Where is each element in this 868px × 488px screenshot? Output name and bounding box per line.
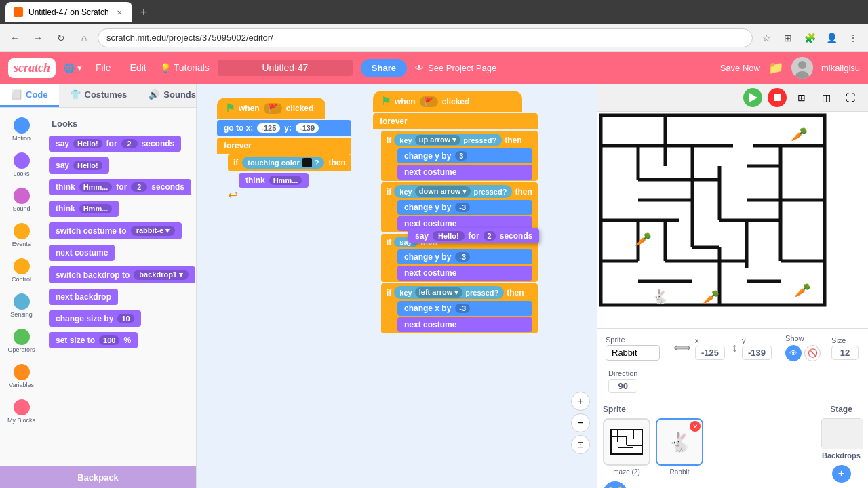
new-tab-button[interactable]: + <box>140 5 148 20</box>
scratch-logo[interactable]: scratch <box>8 58 56 78</box>
if-left-block[interactable]: if key left arrow ▾ pressed? then change… <box>381 283 538 333</box>
if-say-block[interactable]: if say then say Hello! for 2 seconds cha… <box>381 234 538 282</box>
category-looks[interactable]: Looks <box>3 148 41 181</box>
block-think-for-seconds[interactable]: think Hmm... for 2 seconds <box>49 179 191 195</box>
hat-block-2[interactable]: ⚑ when 🚩 clicked <box>373 91 522 112</box>
hat-block-1[interactable]: ⚑ when 🚩 clicked <box>217 98 326 119</box>
reload-button[interactable]: ↻ <box>52 28 71 47</box>
category-sensing[interactable]: Sensing <box>3 289 41 322</box>
block-switch-backdrop[interactable]: switch backdrop to backdrop1 ▾ <box>49 266 195 283</box>
zoom-out-button[interactable]: − <box>571 413 590 432</box>
goto-block[interactable]: go to x: -125 y: -139 <box>217 120 351 136</box>
change-y-3-block[interactable]: change y by 3 <box>397 148 532 163</box>
block-categories: Motion Looks Sound Events <box>0 108 43 466</box>
stage-thumbnail[interactable] <box>821 418 862 449</box>
browser-tab[interactable]: Untitled-47 on Scratch ✕ <box>5 2 132 22</box>
zoom-in-button[interactable]: + <box>571 392 590 411</box>
if-up-block[interactable]: if key up arrow ▾ pressed? then change y… <box>381 131 538 181</box>
address-bar[interactable]: scratch.mit.edu/projects/375095002/edito… <box>98 28 753 47</box>
backpack-bar[interactable]: Backpack <box>0 466 196 488</box>
change-x-neg3-block[interactable]: change x by -3 <box>397 301 532 316</box>
tab-code[interactable]: ⬜ Code <box>0 84 59 107</box>
backdrops-label: Backdrops <box>822 451 861 460</box>
show-hidden-btn[interactable]: 🚫 <box>804 345 821 361</box>
category-motion[interactable]: Motion <box>3 113 41 146</box>
y-drag-val: -3 <box>455 252 470 262</box>
backdrop-dropdown[interactable]: backdrop1 ▾ <box>134 270 189 280</box>
say-hello-popup-block[interactable]: say Hello! for 2 seconds <box>408 228 539 243</box>
change-y-neg3-block[interactable]: change y by -3 <box>397 200 532 215</box>
change-y-drag-block[interactable]: change y by -3 <box>397 249 532 264</box>
project-name-input[interactable] <box>218 60 353 76</box>
looks-dot <box>14 152 30 169</box>
block-switch-costume[interactable]: switch costume to rabbit-e ▾ <box>49 222 182 239</box>
show-visible-btn[interactable]: 👁 <box>785 345 802 361</box>
layout-toggle-2[interactable]: ◫ <box>816 88 835 107</box>
home-button[interactable]: ⌂ <box>75 28 94 47</box>
delete-rabbit-btn[interactable]: ✕ <box>690 421 701 432</box>
block-say[interactable]: say Hello! <box>49 157 109 174</box>
rabbit-thumb-label: Rabbit <box>670 468 690 476</box>
block-next-backdrop[interactable]: next backdrop <box>49 289 118 305</box>
menu-icon[interactable]: ⋮ <box>844 28 863 47</box>
show-buttons: 👁 🚫 <box>785 345 821 361</box>
think-block[interactable]: think Hmm... <box>239 173 309 188</box>
category-operators[interactable]: Operators <box>3 325 41 357</box>
next-costume-1[interactable]: next costume <box>397 165 532 180</box>
category-events[interactable]: Events <box>3 219 41 251</box>
user-avatar[interactable] <box>791 57 813 79</box>
fullscreen-button[interactable]: ⛶ <box>841 88 860 107</box>
stage-canvas[interactable]: 🥕 🐇 🥕 🥕 🥕 <box>597 112 868 329</box>
back-button[interactable]: ← <box>5 28 24 47</box>
block-next-costume[interactable]: next costume <box>49 245 115 261</box>
if-down-block[interactable]: if key down arrow ▾ pressed? then change… <box>381 182 538 232</box>
hello-text: Hello! <box>433 231 465 241</box>
add-sprite-button[interactable]: 🐱 <box>603 481 627 488</box>
if-touching-block[interactable]: if touching color ? then <box>228 154 351 171</box>
go-button[interactable] <box>743 88 762 107</box>
category-myblocks[interactable]: My Blocks <box>3 395 41 428</box>
costume-dropdown[interactable]: rabbit-e ▾ <box>131 226 175 236</box>
file-menu[interactable]: File <box>90 60 117 76</box>
sounds-tab-label: Sounds <box>163 89 196 100</box>
save-now-button[interactable]: Save Now <box>720 63 760 73</box>
block-say-for-seconds[interactable]: say Hello! for 2 seconds <box>49 136 181 152</box>
tab-close-btn[interactable]: ✕ <box>115 7 124 17</box>
bookmark-icon[interactable]: ☆ <box>757 28 776 47</box>
username-label[interactable]: mikailgisu <box>821 63 860 73</box>
stop-button[interactable] <box>768 88 787 107</box>
category-variables[interactable]: Variables <box>3 360 41 392</box>
block-set-size[interactable]: set size to 100 % <box>49 332 138 348</box>
forever-block-2[interactable]: forever <box>373 113 538 129</box>
maze-thumbnail[interactable] <box>603 418 650 466</box>
stage-label: Stage <box>830 405 852 414</box>
sprite-name-input[interactable] <box>606 345 660 361</box>
profile-icon[interactable]: 👤 <box>822 28 841 47</box>
zoom-fit-button[interactable]: ⊡ <box>571 435 590 454</box>
layout-toggle-1[interactable]: ⊞ <box>792 88 811 107</box>
tab-costumes[interactable]: 👕 Costumes <box>59 84 138 107</box>
forever-block[interactable]: forever <box>217 138 351 154</box>
category-control[interactable]: Control <box>3 254 41 287</box>
category-sound[interactable]: Sound <box>3 184 41 216</box>
next-costume-3[interactable]: next costume <box>397 266 532 281</box>
language-button[interactable]: 🌐 ▾ <box>64 63 82 73</box>
share-button[interactable]: Share <box>361 59 407 77</box>
folder-icon[interactable]: 📁 <box>768 60 783 75</box>
add-backdrop-button[interactable]: + <box>832 465 851 483</box>
extensions-icon[interactable]: 🧩 <box>800 28 819 47</box>
next-costume-4[interactable]: next costume <box>397 317 532 332</box>
see-project-button[interactable]: 👁 See Project Page <box>415 63 496 73</box>
block-think[interactable]: think Hmm... <box>49 201 119 217</box>
tab-favicon <box>14 7 23 17</box>
block-change-size[interactable]: change size by 10 <box>49 310 141 327</box>
edit-menu[interactable]: Edit <box>125 60 152 76</box>
rabbit-thumbnail[interactable]: ✕ 🐇 <box>656 418 703 466</box>
grid-icon[interactable]: ⊞ <box>778 28 797 47</box>
events-dot <box>14 223 30 239</box>
tutorials-menu[interactable]: 💡 Tutorials <box>160 62 210 73</box>
code-editor-area[interactable]: ⚑ when 🚩 clicked go to x: -125 y: -139 f… <box>197 84 597 488</box>
forward-button[interactable]: → <box>28 28 47 47</box>
say-for-input: 2 <box>121 139 138 148</box>
scratch-app: scratch 🌐 ▾ File Edit 💡 Tutorials Share … <box>0 52 868 488</box>
